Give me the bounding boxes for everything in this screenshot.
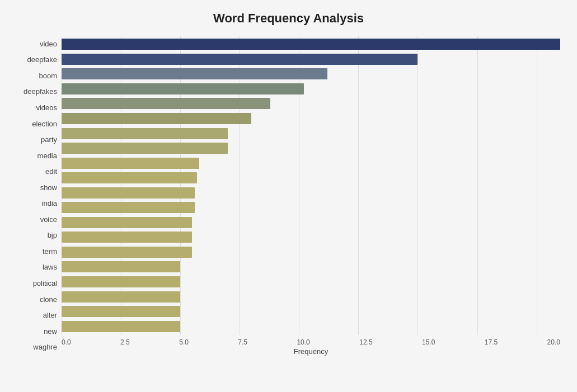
x-tick-label: 20.0 [547, 338, 560, 346]
y-label: media [37, 148, 57, 163]
bar-row [62, 67, 560, 81]
y-label: party [41, 132, 57, 148]
bar-row [62, 230, 560, 244]
y-label: india [42, 196, 57, 211]
bar [62, 321, 180, 332]
bar [62, 128, 228, 139]
chart-container: Word Frequency Analysis videodeepfakeboo… [0, 0, 577, 392]
y-label: bjp [48, 228, 57, 243]
y-label: voice [40, 211, 57, 227]
bar-row [62, 82, 560, 96]
bar [62, 54, 417, 65]
y-label: clone [40, 291, 57, 307]
bar-row [62, 126, 560, 141]
bar-row [62, 96, 560, 111]
x-tick-label: 5.0 [179, 338, 189, 346]
bar [62, 172, 197, 183]
y-label: term [43, 243, 57, 259]
y-label: boom [39, 68, 57, 83]
y-label: show [40, 180, 57, 195]
y-label: videos [36, 100, 57, 115]
x-axis: 0.02.55.07.510.012.515.017.520.0 Frequen… [62, 335, 560, 355]
y-label: new [44, 323, 57, 339]
x-tick-label: 17.5 [485, 338, 498, 346]
bar-row [62, 186, 560, 200]
chart-title: Word Frequency Analysis [17, 11, 560, 26]
x-tick-label: 15.0 [422, 338, 435, 346]
bar [62, 158, 199, 169]
y-label: laws [43, 259, 57, 275]
x-tick-label: 0.0 [62, 338, 71, 346]
x-tick-label: 10.0 [297, 338, 309, 346]
bars-container [62, 36, 560, 335]
bar-row [62, 37, 560, 51]
bar [62, 98, 270, 109]
bar [62, 306, 180, 317]
bar-row [62, 319, 560, 334]
bar-row [62, 304, 560, 319]
y-label: election [32, 116, 57, 131]
y-label: waghre [33, 339, 57, 355]
bar [62, 261, 180, 272]
bar-row [62, 200, 560, 215]
bar-row [62, 111, 560, 126]
bar-row [62, 171, 560, 185]
bar [62, 39, 560, 50]
y-label: edit [45, 164, 57, 180]
x-axis-title: Frequency [62, 347, 560, 356]
bar [62, 276, 180, 287]
bar [62, 232, 192, 243]
bar [62, 68, 327, 79]
bar-row [62, 52, 560, 67]
y-label: political [33, 275, 57, 291]
bar [62, 83, 304, 95]
bar [62, 291, 180, 303]
bar [62, 113, 251, 124]
bar-row [62, 215, 560, 230]
bar-row [62, 290, 560, 304]
bar [62, 247, 192, 258]
bar [62, 143, 228, 154]
bar-row [62, 245, 560, 259]
x-tick-label: 12.5 [359, 338, 372, 346]
bar [62, 187, 195, 199]
bar-row [62, 259, 560, 274]
y-label: deepfakes [24, 84, 57, 100]
bar [62, 202, 195, 213]
bar [62, 217, 192, 228]
bar-row [62, 141, 560, 155]
bar-row [62, 275, 560, 289]
y-axis: videodeepfakeboomdeepfakesvideoselection… [17, 36, 62, 355]
y-label: alter [43, 308, 57, 323]
y-label: deepfake [27, 52, 58, 68]
bar-row [62, 156, 560, 171]
y-label: video [40, 36, 57, 51]
x-tick-label: 2.5 [120, 338, 130, 346]
x-tick-label: 7.5 [238, 338, 247, 346]
